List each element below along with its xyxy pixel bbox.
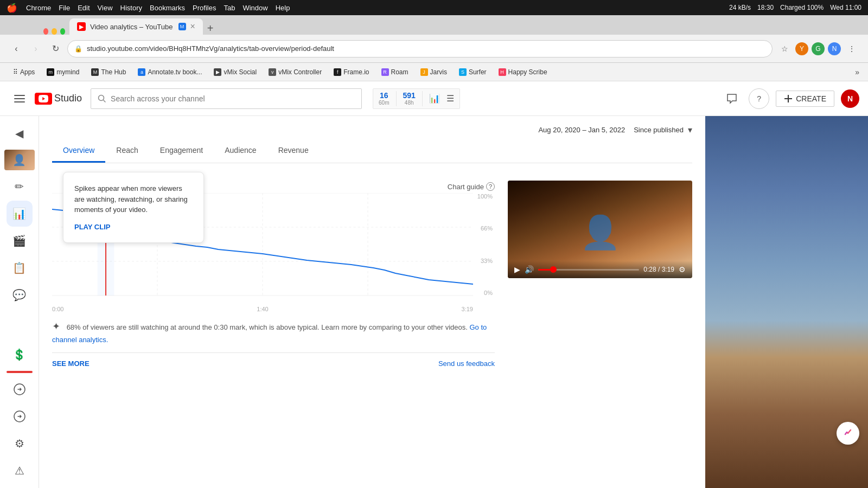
list-icon[interactable]: ☰ xyxy=(446,93,454,104)
yt-studio-logo[interactable]: Studio xyxy=(35,93,82,105)
search-input[interactable] xyxy=(111,94,355,103)
menu-help[interactable]: Help xyxy=(276,4,290,12)
see-more-btn[interactable]: SEE MORE xyxy=(52,359,90,368)
left-analytics-panel: Spikes appear when more viewers are watc… xyxy=(52,172,495,374)
search-icon xyxy=(98,94,106,103)
header-right: ? CREATE N xyxy=(722,88,859,109)
person-icon: 👤 xyxy=(580,213,621,252)
more-btn[interactable]: ⋮ xyxy=(844,41,859,56)
floating-action-btn[interactable] xyxy=(837,422,859,445)
menu-view[interactable]: View xyxy=(98,4,113,12)
apple-icon[interactable]: 🍎 xyxy=(7,3,17,13)
bookmark-roam[interactable]: R Roam xyxy=(377,67,413,78)
video-thumbnail-sidebar[interactable]: 👤 xyxy=(4,150,35,170)
create-label: CREATE xyxy=(796,94,826,103)
bookmarks-overflow-btn[interactable]: » xyxy=(855,68,859,76)
sidebar-edit-btn[interactable]: ✏ xyxy=(7,174,33,200)
bookmark-mymind[interactable]: m mymind xyxy=(42,67,84,78)
bookmark-surfer[interactable]: S Surfer xyxy=(455,67,491,78)
studio-label: Studio xyxy=(54,93,82,104)
date-dropdown-btn[interactable]: ▾ xyxy=(688,125,692,135)
date-range-text: Aug 20, 2020 – Jan 5, 2022 xyxy=(538,126,625,134)
sidebar-issues-btn[interactable]: ⚠ xyxy=(7,458,33,484)
browser-tab-active[interactable]: ▶ Video analytics – YouTube M × xyxy=(69,18,203,35)
extension-icon-3[interactable]: N xyxy=(828,42,841,55)
bookmark-jarvis[interactable]: J Jarvis xyxy=(416,67,451,78)
tab-reach[interactable]: Reach xyxy=(105,139,149,163)
chart-icon[interactable]: 📊 xyxy=(429,93,440,104)
bookmark-vmix-ctrl[interactable]: v vMix Controller xyxy=(264,67,326,78)
menu-file[interactable]: File xyxy=(59,4,70,12)
play-clip-btn[interactable]: PLAY CLIP xyxy=(74,223,110,231)
hamburger-menu-btn[interactable] xyxy=(9,88,30,110)
close-tab-btn[interactable]: × xyxy=(190,22,195,31)
video-progress-bar[interactable] xyxy=(538,269,639,271)
tab-audience[interactable]: Audience xyxy=(214,139,267,163)
new-tab-btn[interactable]: + xyxy=(207,22,214,35)
extension-icon-1[interactable]: Y xyxy=(795,42,808,55)
send-feedback-btn[interactable]: Send us feedback xyxy=(438,359,495,368)
sidebar-analytics-btn[interactable]: 📊 xyxy=(7,201,33,227)
tab-engagement[interactable]: Engagement xyxy=(149,139,214,163)
stat-divider xyxy=(396,91,397,106)
reload-btn[interactable]: ↻ xyxy=(48,41,63,56)
chart-guide-btn[interactable]: Chart guide ? xyxy=(448,182,495,191)
bookmark-icon[interactable]: ☆ xyxy=(777,41,792,56)
tab-bar: ▶ Video analytics – YouTube M × + xyxy=(0,15,868,35)
menu-window[interactable]: Window xyxy=(242,4,267,12)
mac-status-right: 24 kB/s 18:30 Charged 100% Wed 11:00 xyxy=(729,4,861,11)
bookmark-vmix-social[interactable]: ▶ vMix Social xyxy=(209,67,261,78)
url-bar[interactable]: 🔒 studio.youtube.com/video/BHq8HTMhzVg/a… xyxy=(67,40,773,57)
video-settings-btn[interactable]: ⚙ xyxy=(679,265,686,274)
create-button[interactable]: CREATE xyxy=(776,91,834,107)
menu-tab[interactable]: Tab xyxy=(224,4,235,12)
sidebar-subtitles-btn[interactable]: 📋 xyxy=(7,255,33,281)
sidebar-goto-btn-2[interactable] xyxy=(7,403,33,429)
views-stat: 16 60m xyxy=(379,91,389,106)
bookmark-annotate[interactable]: a Annotate.tv book... xyxy=(133,67,206,78)
video-progress-fill xyxy=(538,269,553,271)
background-landscape xyxy=(705,116,868,488)
browser-navbar: ‹ › ↻ 🔒 studio.youtube.com/video/BHq8HTM… xyxy=(0,35,868,63)
bookmark-frameio[interactable]: f Frame.io xyxy=(329,67,373,78)
video-progress-thumb xyxy=(550,266,557,273)
x-label-start: 0:00 xyxy=(52,306,63,312)
sidebar-goto-btn-1[interactable] xyxy=(7,376,33,402)
bookmark-happyscribe[interactable]: H Happy Scribe xyxy=(494,67,552,78)
sidebar-content-btn[interactable]: 🎬 xyxy=(7,228,33,254)
volume-btn[interactable]: 🔊 xyxy=(525,265,534,274)
analytics-content-area: Spikes appear when more viewers are watc… xyxy=(52,172,692,374)
menu-history[interactable]: History xyxy=(120,4,142,12)
tab-revenue[interactable]: Revenue xyxy=(267,139,320,163)
video-total-time: 3:19 xyxy=(662,266,674,273)
tooltip-text: Spikes appear when more viewers are watc… xyxy=(74,183,193,215)
comments-icon-btn[interactable] xyxy=(722,88,742,109)
menu-edit[interactable]: Edit xyxy=(78,4,90,12)
close-window-btn[interactable] xyxy=(43,28,48,35)
sidebar-settings-btn[interactable]: ⚙ xyxy=(7,431,33,457)
bookmarks-bar: ⠿ Apps m mymind M The Hub a Annotate.tv … xyxy=(0,63,868,81)
menu-profiles[interactable]: Profiles xyxy=(193,4,216,12)
bookmark-annotate-label: Annotate.tv book... xyxy=(148,68,202,76)
sidebar-monetization-btn[interactable]: 💲 xyxy=(7,342,33,368)
search-bar[interactable] xyxy=(91,88,362,109)
back-browser-btn[interactable]: ‹ xyxy=(9,41,24,56)
bookmark-thehub[interactable]: M The Hub xyxy=(87,67,130,78)
maximize-window-btn[interactable] xyxy=(60,28,65,35)
extension-icon-2[interactable]: G xyxy=(812,42,825,55)
sidebar-red-indicator xyxy=(7,371,33,373)
sidebar-back-btn[interactable]: ◀ xyxy=(7,120,33,146)
live-stats: 16 60m 591 48h 📊 ☰ xyxy=(373,88,460,109)
tab-overview[interactable]: Overview xyxy=(52,139,105,163)
help-icon-btn[interactable]: ? xyxy=(749,88,769,109)
menu-chrome[interactable]: Chrome xyxy=(26,4,51,12)
x-label-end: 3:19 xyxy=(462,306,473,312)
forward-browser-btn[interactable]: › xyxy=(28,41,43,56)
bookmark-apps[interactable]: ⠿ Apps xyxy=(9,67,39,78)
play-pause-btn[interactable]: ▶ xyxy=(514,265,520,274)
menu-bookmarks[interactable]: Bookmarks xyxy=(150,4,185,12)
sidebar-comments-btn[interactable]: 💬 xyxy=(7,282,33,308)
minimize-window-btn[interactable] xyxy=(52,28,56,35)
bookmark-happyscribe-label: Happy Scribe xyxy=(508,68,547,76)
user-avatar[interactable]: N xyxy=(841,89,859,108)
